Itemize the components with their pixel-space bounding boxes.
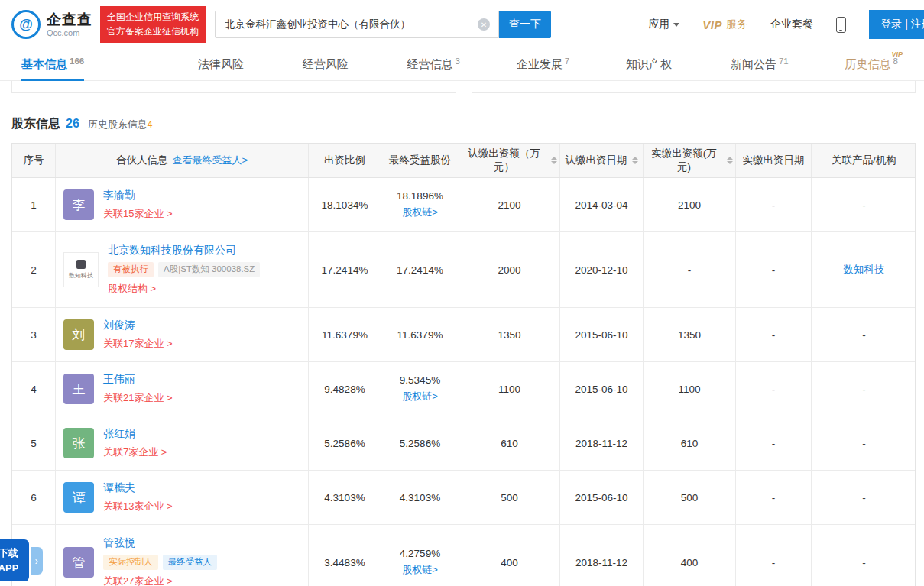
qcc-logo-domain: Qcc.com bbox=[47, 28, 92, 38]
shareholder-table: 序号 合伙人信息 查看最终受益人> 出资比例 最终受益股份 认缴出资额（万元） … bbox=[11, 143, 916, 586]
equity-chain-link[interactable]: 股权链> bbox=[402, 390, 438, 403]
qcc-logo-icon: @ bbox=[11, 10, 41, 39]
subscribed-date-cell: 2015-06-10 bbox=[560, 471, 644, 524]
col-header-paid-date: 实缴出资日期 bbox=[736, 144, 812, 177]
search-input[interactable] bbox=[215, 11, 499, 38]
clear-search-icon[interactable]: ✕ bbox=[478, 18, 490, 31]
tab-label: 知识产权 bbox=[626, 57, 672, 70]
search-bar: ✕ 查一下 bbox=[215, 11, 551, 38]
credit-system-badge-line1: 全国企业信用查询系统 bbox=[107, 10, 199, 24]
download-app-badge[interactable]: 下载APP bbox=[0, 539, 29, 581]
benefit-cell: 9.5345% 股权链> bbox=[381, 362, 459, 416]
partner-avatar: 刘 bbox=[63, 319, 94, 350]
partner-avatar: 张 bbox=[63, 428, 94, 458]
partner-relation-link[interactable]: 关联15家企业 > bbox=[103, 207, 173, 221]
partner-relation-link[interactable]: 关联21家企业 > bbox=[103, 391, 173, 405]
table-row: 6 谭 谭樵夫 关联13家企业 > 4.3103% 4.3103% 500 20… bbox=[12, 471, 915, 525]
enterprise-package-link[interactable]: 企业套餐 bbox=[770, 18, 813, 31]
tab-label: 新闻公告 bbox=[731, 57, 776, 70]
benefit-value: 5.2586% bbox=[400, 438, 440, 449]
qcc-logo-name: 企查查 bbox=[47, 11, 92, 28]
partner-cell: 王 王伟丽 关联21家企业 > bbox=[56, 362, 309, 416]
tab-news[interactable]: 新闻公告71 bbox=[731, 57, 789, 72]
col-header-benefit: 最终受益股份 bbox=[381, 144, 459, 177]
table-row: 3 刘 刘俊涛 关联17家企业 > 11.6379% 11.6379% 1350… bbox=[12, 308, 915, 362]
header-right-nav: 应用 VIP 服务 企业套餐 登录 | 注册 bbox=[648, 10, 924, 39]
partner-tag: 有被执行 bbox=[108, 262, 154, 277]
partner-cell: 刘 刘俊涛 关联17家企业 > bbox=[56, 308, 309, 361]
subscribed-date-cell: 2018-11-12 bbox=[560, 416, 644, 470]
partner-name-link[interactable]: 刘俊涛 bbox=[103, 319, 135, 332]
tab-operation-risk[interactable]: 经营风险 bbox=[303, 57, 351, 72]
partner-name-link[interactable]: 管弦悦 bbox=[103, 536, 135, 550]
tab-count: 7 bbox=[565, 57, 569, 66]
login-register-button[interactable]: 登录 | 注册 bbox=[869, 10, 924, 39]
equity-chain-link[interactable]: 股权链> bbox=[402, 563, 438, 577]
tab-enterprise-development[interactable]: 企业发展7 bbox=[517, 57, 569, 72]
tab-label: 经营风险 bbox=[303, 57, 349, 70]
table-row: 7 管 管弦悦 实际控制人最终受益人 关联27家企业 > 3.4483% 4.2… bbox=[12, 525, 915, 586]
tab-count: 71 bbox=[779, 57, 789, 66]
benefit-value: 4.3103% bbox=[400, 492, 440, 503]
history-shareholder-link[interactable]: 历史股东信息4 bbox=[88, 118, 153, 131]
chevron-right-icon[interactable]: › bbox=[31, 547, 43, 575]
tab-vip-badge: VIP bbox=[891, 50, 903, 58]
mobile-app-link[interactable] bbox=[836, 17, 846, 33]
apps-menu[interactable]: 应用 bbox=[648, 18, 679, 31]
partner-name-link[interactable]: 李渝勤 bbox=[103, 189, 135, 202]
partner-name-link[interactable]: 王伟丽 bbox=[103, 373, 135, 387]
row-index: 5 bbox=[12, 416, 56, 470]
col-header-no: 序号 bbox=[12, 144, 56, 177]
sort-icon[interactable] bbox=[551, 157, 557, 164]
col-header-paid-amount-label: 实缴出资额(万元) bbox=[646, 147, 722, 174]
equity-chain-link[interactable]: 股权链> bbox=[402, 206, 438, 219]
paid-date-cell: - bbox=[736, 471, 812, 524]
search-button[interactable]: 查一下 bbox=[499, 11, 551, 38]
col-header-product: 关联产品/机构 bbox=[812, 144, 916, 177]
partner-tags: 有被执行A股|ST数知 300038.SZ bbox=[108, 262, 260, 277]
subscribed-amount-cell: 1100 bbox=[459, 362, 560, 416]
vip-service-link[interactable]: VIP 服务 bbox=[702, 18, 747, 31]
row-index: 2 bbox=[12, 232, 56, 307]
partner-cell: 谭 谭樵夫 关联13家企业 > bbox=[56, 471, 309, 524]
subscribed-date-cell: 2020-12-10 bbox=[560, 232, 644, 307]
card-remnants bbox=[0, 81, 924, 93]
shareholder-section-head: 股东信息 26 历史股东信息4 bbox=[11, 116, 924, 132]
benefit-cell: 11.6379% bbox=[381, 308, 459, 361]
tab-business-info[interactable]: 经营信息3 bbox=[407, 57, 460, 72]
tab-label: 历史信息 bbox=[845, 57, 891, 70]
tab-count: 3 bbox=[456, 57, 460, 66]
subscribed-amount-cell: 1350 bbox=[459, 308, 560, 361]
benefit-cell: 4.3103% bbox=[381, 471, 459, 524]
partner-tag: 实际控制人 bbox=[103, 555, 158, 570]
product-cell: - bbox=[812, 178, 916, 231]
partner-relation-link[interactable]: 股权结构 > bbox=[108, 282, 156, 296]
sort-icon[interactable] bbox=[727, 157, 733, 164]
partner-cell: 李 李渝勤 关联15家企业 > bbox=[56, 178, 309, 231]
view-beneficiary-link[interactable]: 查看最终受益人> bbox=[172, 154, 248, 167]
tab-history-info[interactable]: 历史信息8 VIP bbox=[845, 57, 898, 72]
partner-relation-link[interactable]: 关联7家企业 > bbox=[103, 445, 167, 459]
partner-name-link[interactable]: 谭樵夫 bbox=[103, 481, 135, 495]
subscribed-date-cell: 2014-03-04 bbox=[560, 178, 644, 231]
product-cell[interactable]: 数知科技 bbox=[812, 232, 916, 307]
partner-relation-link[interactable]: 关联17家企业 > bbox=[103, 337, 173, 351]
qcc-logo[interactable]: @ 企查查 Qcc.com bbox=[11, 10, 92, 39]
sort-icon[interactable] bbox=[632, 157, 638, 164]
partner-relation-link[interactable]: 关联13家企业 > bbox=[103, 500, 173, 513]
card-remnant-right bbox=[472, 81, 916, 93]
partner-relation-link[interactable]: 关联27家企业 > bbox=[103, 575, 173, 586]
company-logo-text: 数知科技 bbox=[69, 271, 93, 280]
partner-cell: 数知科技 北京数知科技股份有限公司 有被执行A股|ST数知 300038.SZ … bbox=[56, 232, 309, 307]
subscribed-date-cell: 2015-06-10 bbox=[560, 308, 644, 361]
tab-basic-info[interactable]: 基本信息166 bbox=[21, 57, 84, 72]
history-shareholder-count: 4 bbox=[148, 119, 153, 130]
tab-intellectual-property[interactable]: 知识产权 bbox=[626, 57, 674, 72]
partner-name-link[interactable]: 张红娟 bbox=[103, 427, 135, 441]
partner-avatar: 管 bbox=[63, 547, 94, 578]
tab-legal-risk[interactable]: 法律风险 bbox=[198, 57, 246, 72]
partner-name-link[interactable]: 北京数知科技股份有限公司 bbox=[108, 244, 236, 257]
product-cell: - bbox=[812, 362, 916, 416]
benefit-value: 9.5345% bbox=[400, 374, 440, 386]
paid-amount-cell: 2100 bbox=[644, 178, 736, 231]
